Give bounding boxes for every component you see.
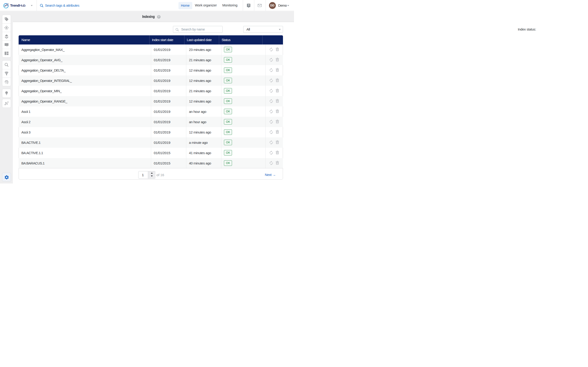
svg-text:?: ? <box>248 4 250 7</box>
